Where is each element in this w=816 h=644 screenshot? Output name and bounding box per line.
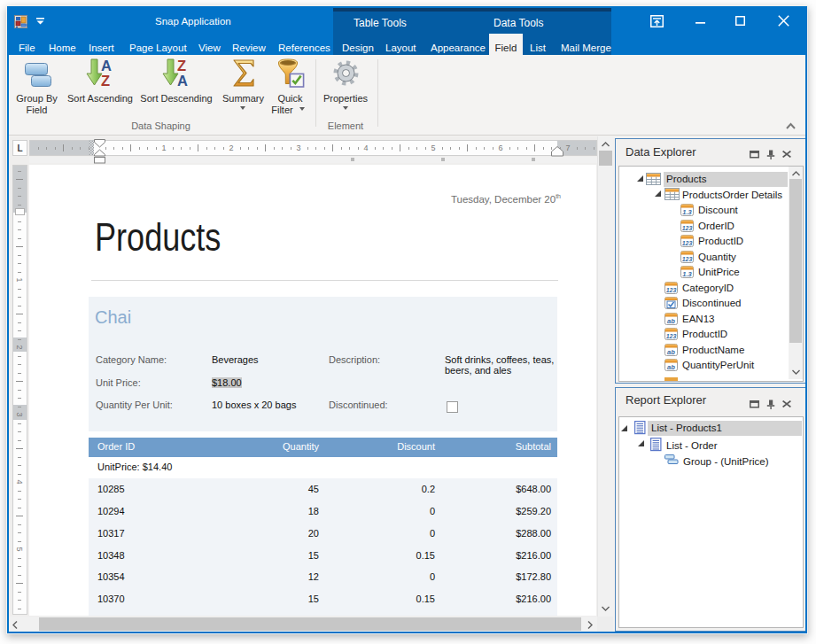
svg-text:Z: Z	[177, 58, 186, 74]
svg-text:A: A	[101, 58, 112, 74]
svg-text:A: A	[177, 73, 188, 88]
svg-text:Z: Z	[101, 73, 110, 88]
